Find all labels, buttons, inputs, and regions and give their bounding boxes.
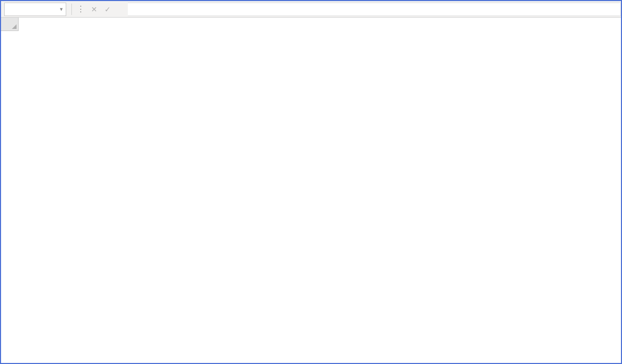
chevron-down-icon[interactable]: ▼ — [59, 7, 64, 12]
spreadsheet-grid — [1, 18, 621, 363]
cancel-icon[interactable]: ✕ — [87, 3, 101, 16]
fx-icon[interactable] — [114, 3, 128, 16]
name-box[interactable]: ▼ — [4, 3, 66, 16]
more-icon[interactable]: ⋮ — [74, 3, 87, 16]
row-header-column — [1, 18, 19, 363]
grid-main — [19, 18, 621, 363]
formula-bar: ▼ ⋮ ✕ ✓ — [1, 1, 621, 18]
select-all-corner[interactable] — [1, 18, 19, 31]
check-icon[interactable]: ✓ — [101, 3, 114, 16]
formula-input[interactable] — [128, 3, 621, 16]
divider — [71, 4, 72, 15]
